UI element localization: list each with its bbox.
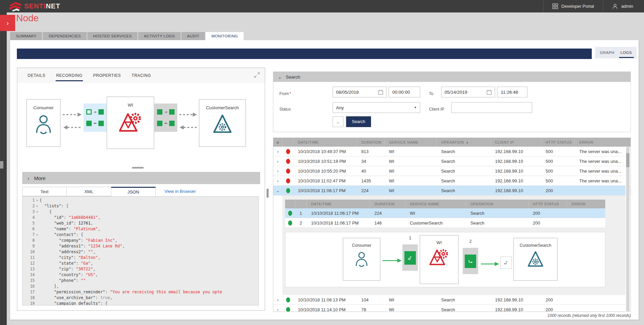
recording-tab-recording[interactable]: RECORDING xyxy=(56,73,83,78)
message-square[interactable] xyxy=(169,109,175,115)
message-step-1[interactable] xyxy=(404,251,416,265)
user-menu[interactable]: admin xyxy=(603,0,644,12)
status-select[interactable]: Any ▼ xyxy=(333,102,420,113)
scrollbar-track[interactable] xyxy=(626,147,630,311)
column-header-date-time[interactable]: DATE/TIME xyxy=(307,200,370,208)
fold-marker-icon[interactable]: ▾ xyxy=(35,232,39,238)
message-square-selected[interactable] xyxy=(86,109,92,115)
diagram-node-wi[interactable]: WI xyxy=(106,96,154,149)
message-pair-outbound[interactable]: ➔ ⬅ xyxy=(154,104,177,132)
log-row[interactable]: ›10/10/2018 11:14:10 PM78WISearch192.168… xyxy=(273,305,631,312)
fold-marker-icon[interactable]: ▾ xyxy=(35,198,39,203)
horizontal-splitter-handle[interactable] xyxy=(132,167,144,169)
diagram-node-customersearch[interactable]: CustomerSearch xyxy=(199,99,246,147)
message-connector[interactable] xyxy=(500,257,512,269)
column-header-duration[interactable]: DURATION xyxy=(370,200,405,208)
client-ip-input[interactable] xyxy=(451,102,532,113)
row-expand-icon[interactable]: › xyxy=(273,307,282,312)
to-time-input[interactable] xyxy=(497,87,527,97)
search-expander[interactable]: ⌄ Search xyxy=(273,72,631,82)
recording-tab-tracing[interactable]: TRACING xyxy=(132,73,151,78)
cell: 192.168.99.10 xyxy=(491,149,541,154)
column-header-service-name[interactable]: SERVICE NAME xyxy=(405,200,466,208)
log-row[interactable]: ›10/10/2018 10:55:20 PM40WISearch192.168… xyxy=(273,166,631,176)
scrollbar-thumb[interactable] xyxy=(626,153,630,167)
tab-activity-logs[interactable]: ACTIVITY LOGS xyxy=(138,32,181,40)
transaction-row[interactable]: 210/10/2018 11:06:17 PM146CustomerSearch… xyxy=(285,218,605,228)
diagram-node-consumer[interactable]: Consumer xyxy=(26,99,61,147)
format-tab-text[interactable]: Text xyxy=(22,187,67,196)
log-row[interactable]: ›10/10/2018 11:08:13 PM104WISearch192.16… xyxy=(273,295,631,305)
column-header-operation[interactable]: OPERATION▲ xyxy=(437,138,491,147)
tab-summary[interactable]: SUMMARY xyxy=(10,32,42,40)
vertical-splitter-handle[interactable] xyxy=(267,189,269,198)
tab-audit[interactable]: AUDIT xyxy=(181,32,205,40)
row-collapse-icon[interactable]: ⌄ xyxy=(273,188,282,193)
view-in-browser-link[interactable]: View in Browser xyxy=(164,189,196,194)
message-pair-inbound[interactable]: ➔ ⬅ xyxy=(84,104,106,132)
rail-scroll-thumb[interactable] xyxy=(0,161,3,169)
user-icon xyxy=(612,3,618,9)
fold-marker-icon[interactable]: ▾ xyxy=(35,203,39,209)
log-table: «DATE/TIMEDURATIONSERVICE NAMEOPERATION▲… xyxy=(273,138,631,312)
developer-portal-button[interactable]: Developer Portal xyxy=(543,0,603,12)
row-expand-icon[interactable]: › xyxy=(273,149,282,154)
recording-tab-details[interactable]: DETAILS xyxy=(28,73,45,78)
collapsed-graph-bar[interactable] xyxy=(17,49,592,59)
toggle-graph[interactable]: GRAPH xyxy=(600,51,614,55)
json-code-viewer[interactable]: 1▾{2▾ "lists": [3▾ {4 "id": "1a668b4481"… xyxy=(22,196,259,305)
toggle-logs[interactable]: LOGS xyxy=(620,51,632,55)
more-expander[interactable]: › More xyxy=(22,172,260,184)
flow-arrow xyxy=(382,259,402,263)
message-square[interactable] xyxy=(98,109,104,115)
expand-panel-icon[interactable] xyxy=(254,72,260,78)
collapse-all-icon[interactable]: « xyxy=(273,138,282,147)
message-square[interactable] xyxy=(86,121,92,126)
row-expand-icon[interactable]: › xyxy=(273,159,282,164)
column-header-duration[interactable]: DURATION xyxy=(357,138,385,147)
log-row[interactable]: ⌄10/10/2018 11:06:17 PM224WISearch192.16… xyxy=(273,186,631,196)
column-header-service-name[interactable]: SERVICE NAME xyxy=(385,138,437,147)
message-square[interactable] xyxy=(157,109,162,115)
transaction-row[interactable]: 110/10/2018 11:06:17 PM224WISearch200 xyxy=(285,208,605,218)
sidebar-expand-tab[interactable]: › xyxy=(0,15,15,31)
log-row[interactable]: ›10/10/2018 10:49:37 PM813WISearch192.16… xyxy=(273,147,631,156)
column-header-client-ip[interactable]: CLIENT IP xyxy=(491,138,541,147)
diagram-node-customersearch[interactable]: CustomerSearch xyxy=(513,238,558,281)
tab-hosted-services[interactable]: HOSTED SERVICES xyxy=(87,32,137,40)
sentinet-logo[interactable]: SENTINET xyxy=(0,1,60,11)
page-title: Node xyxy=(16,13,39,24)
cell: The server was una... xyxy=(575,178,626,183)
search-options-button[interactable]: ⌄ xyxy=(333,116,343,127)
table-scrollbar[interactable] xyxy=(625,147,630,311)
column-header-date-time[interactable]: DATE/TIME xyxy=(294,138,357,147)
format-tab-xml[interactable]: XML xyxy=(67,187,111,196)
column-header-http-status[interactable]: HTTP STATUS xyxy=(541,138,575,147)
log-row[interactable]: ›10/10/2018 11:02:47 PM1435WISearch192.1… xyxy=(273,176,631,186)
column-header-http-status[interactable]: HTTP STATUS xyxy=(528,200,567,208)
message-step-2[interactable] xyxy=(465,255,476,268)
from-time-input[interactable] xyxy=(389,87,420,97)
message-square[interactable] xyxy=(169,121,175,126)
row-expand-icon[interactable]: › xyxy=(273,169,282,174)
column-header-error[interactable]: ERROR xyxy=(567,200,605,208)
column-header-error[interactable]: ERROR xyxy=(575,138,626,147)
column-header-operation[interactable]: OPERATION xyxy=(466,200,528,208)
log-row[interactable]: ›10/10/2018 10:51:19 PM34WISearch192.168… xyxy=(273,156,631,166)
row-expand-icon[interactable]: › xyxy=(273,297,282,302)
message-square[interactable] xyxy=(157,121,162,126)
to-date-input[interactable]: 05/14/2019 xyxy=(441,87,495,97)
code-line: 7▾ "contact": { xyxy=(23,232,258,238)
from-date-input[interactable]: 08/05/2018 xyxy=(333,87,387,97)
tab-dependencies[interactable]: DEPENDENCIES xyxy=(43,32,87,40)
diagram-node-wi[interactable]: WI xyxy=(420,235,459,284)
recording-tab-properties[interactable]: PROPERTIES xyxy=(93,73,121,78)
fold-marker-icon[interactable]: ▾ xyxy=(35,209,39,215)
message-square[interactable] xyxy=(98,121,104,126)
diagram-node-consumer[interactable]: Consumer xyxy=(343,238,380,281)
format-tab-json[interactable]: JSON xyxy=(111,187,156,196)
search-button[interactable]: Search xyxy=(346,116,371,127)
tab-monitoring[interactable]: MONITORING xyxy=(206,32,244,40)
node-label: WI xyxy=(420,240,458,245)
row-expand-icon[interactable]: › xyxy=(273,178,282,183)
